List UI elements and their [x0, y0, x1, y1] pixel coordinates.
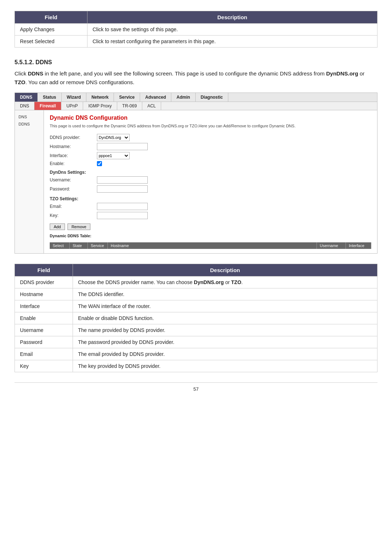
field-cell: Apply Changes — [15, 24, 87, 36]
nav-item-status[interactable]: Status — [38, 93, 62, 102]
enable-checkbox[interactable] — [97, 161, 102, 166]
nav-item-network[interactable]: Network — [86, 93, 114, 102]
add-button[interactable]: Add — [50, 223, 65, 230]
nav-item-service[interactable]: Service — [114, 93, 140, 102]
desc-cell: Click to restart configuring the paramet… — [87, 36, 377, 48]
nav-item-wizard[interactable]: Wizard — [62, 93, 86, 102]
desc-cell: The name provided by DDNS provider. — [73, 324, 377, 336]
desc-cell: The WAN interface of the router. — [73, 300, 377, 312]
table-row: InterfaceThe WAN interface of the router… — [15, 300, 377, 312]
desc-cell: Click to save the settings of this page. — [87, 24, 377, 36]
password-label: Password: — [50, 186, 97, 192]
password-row: Password: — [50, 185, 371, 193]
config-title: Dynamic DNS Configuration — [50, 115, 371, 121]
field-cell: Key — [15, 360, 73, 372]
ddns-provider-select[interactable]: DynDNS.org TZO — [97, 134, 130, 141]
top-field-table: Field Description Apply ChangesClick to … — [15, 11, 377, 48]
top-table-desc-header: Description — [87, 11, 377, 24]
ddns-col-service: Service — [88, 242, 108, 249]
sub-nav-item-dns[interactable]: DNS — [15, 102, 34, 110]
router-content: DNSDDNS Dynamic DNS Configuration This p… — [15, 110, 377, 253]
sub-nav-item-upnp[interactable]: UPnP — [61, 102, 83, 110]
table-row: HostnameThe DDNS identifier. — [15, 288, 377, 300]
table-row: Reset SelectedClick to restart configuri… — [15, 36, 377, 48]
sidebar-item-dns[interactable]: DNS — [16, 113, 42, 120]
table-row: KeyThe key provided by DDNS provider. — [15, 360, 377, 372]
bottom-field-table: Field Description DDNS providerChoose th… — [15, 264, 377, 372]
table-row: PasswordThe password provided by DDNS pr… — [15, 336, 377, 348]
email-input[interactable] — [97, 203, 148, 210]
username-label: Username: — [50, 177, 97, 182]
field-cell: Interface — [15, 300, 73, 312]
table-row: EnableEnable or disable DDNS function. — [15, 312, 377, 324]
top-table-field-header: Field — [15, 11, 87, 24]
desc-cell: The email provided by DDNS provider. — [73, 348, 377, 360]
ddns-col-hostname: Hostname — [108, 242, 317, 249]
password-input[interactable] — [97, 185, 148, 193]
section-heading: 5.5.1.2. DDNS — [15, 59, 377, 66]
field-cell: Hostname — [15, 288, 73, 300]
ddns-provider-label: DDNS provider: — [50, 135, 97, 140]
config-desc: This page is used to configure the Dynam… — [50, 123, 371, 129]
field-cell: Enable — [15, 312, 73, 324]
ddns-table-label: Dynamic DDNS Table: — [50, 234, 371, 238]
desc-cell: The key provided by DDNS provider. — [73, 360, 377, 372]
tzo-settings-label: TZO Settings: — [50, 196, 371, 201]
username-input[interactable] — [97, 176, 148, 184]
section-body: Click DDNS in the left pane, and you wil… — [15, 69, 377, 87]
table-row: EmailThe email provided by DDNS provider… — [15, 348, 377, 360]
router-ui: DDNSStatusWizardNetworkServiceAdvancedAd… — [15, 93, 377, 254]
ddns-provider-row: DDNS provider: DynDNS.org TZO — [50, 134, 371, 141]
desc-cell: The DDNS identifier. — [73, 288, 377, 300]
hostname-input[interactable] — [97, 143, 148, 150]
ddns-col-state: State — [70, 242, 88, 249]
bottom-table-field-header: Field — [15, 264, 73, 276]
sub-nav-bar: DNSFirewallUPnPIGMP ProxyTR-069ACL — [15, 102, 377, 110]
desc-cell: Enable or disable DDNS function. — [73, 312, 377, 324]
nav-bar: DDNSStatusWizardNetworkServiceAdvancedAd… — [15, 93, 377, 102]
nav-item-advanced[interactable]: Advanced — [140, 93, 171, 102]
username-row: Username: — [50, 176, 371, 184]
sub-nav-item-tr-069[interactable]: TR-069 — [117, 102, 142, 110]
page-number: 57 — [15, 382, 377, 392]
hostname-row: Hostname: — [50, 143, 371, 150]
table-row: UsernameThe name provided by DDNS provid… — [15, 324, 377, 336]
button-row: Add Remove — [50, 223, 371, 230]
enable-row: Enable: — [50, 161, 371, 166]
sub-nav-item-acl[interactable]: ACL — [142, 102, 161, 110]
sub-nav-item-igmp-proxy[interactable]: IGMP Proxy — [83, 102, 117, 110]
field-cell: DDNS provider — [15, 276, 73, 288]
key-label: Key: — [50, 213, 97, 218]
interface-select[interactable]: pppoe1 — [97, 152, 130, 159]
remove-button[interactable]: Remove — [68, 223, 90, 230]
nav-item-ddns[interactable]: DDNS — [15, 93, 38, 102]
key-row: Key: — [50, 212, 371, 219]
desc-cell: Choose the DDNS provider name. You can c… — [73, 276, 377, 288]
table-row: Apply ChangesClick to save the settings … — [15, 24, 377, 36]
nav-item-admin[interactable]: Admin — [171, 93, 195, 102]
desc-cell: The password provided by DDNS provider. — [73, 336, 377, 348]
field-cell: Password — [15, 336, 73, 348]
dyndns-settings-label: DynDns Settings: — [50, 170, 371, 175]
sidebar-item-ddns[interactable]: DDNS — [16, 120, 42, 128]
field-cell: Email — [15, 348, 73, 360]
email-label: Email: — [50, 204, 97, 209]
nav-item-diagnostic[interactable]: Diagnostic — [196, 93, 228, 102]
ddns-col-interface: Interface — [346, 242, 371, 249]
key-input[interactable] — [97, 212, 148, 219]
field-cell: Reset Selected — [15, 36, 87, 48]
hostname-label: Hostname: — [50, 144, 97, 149]
table-row: DDNS providerChoose the DDNS provider na… — [15, 276, 377, 288]
ddns-col-username: Username — [317, 242, 346, 249]
sub-nav-item-firewall[interactable]: Firewall — [34, 102, 61, 110]
interface-row: Interface: pppoe1 — [50, 152, 371, 159]
interface-label: Interface: — [50, 153, 97, 158]
ddns-table-header: SelectStateServiceHostnameUsernameInterf… — [50, 242, 371, 249]
router-sidebar: DNSDDNS — [15, 110, 44, 253]
email-row: Email: — [50, 203, 371, 210]
ddns-col-select: Select — [50, 242, 70, 249]
router-main: Dynamic DNS Configuration This page is u… — [44, 110, 377, 253]
field-cell: Username — [15, 324, 73, 336]
bottom-table-desc-header: Description — [73, 264, 377, 276]
enable-label: Enable: — [50, 161, 97, 166]
